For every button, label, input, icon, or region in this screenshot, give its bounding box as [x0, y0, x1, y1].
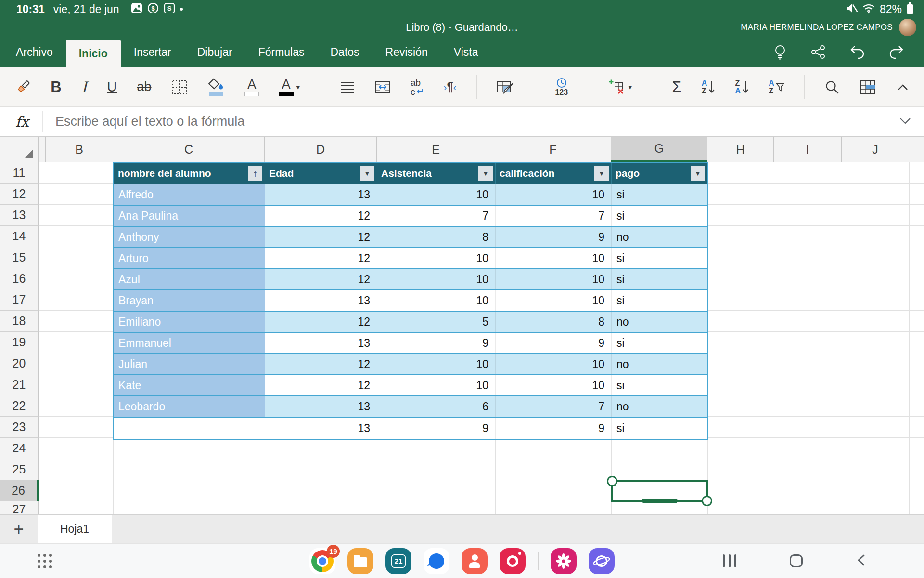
calendar-icon[interactable]: 21	[385, 548, 411, 574]
ideas-lightbulb-icon[interactable]	[773, 44, 787, 60]
merge-center-icon[interactable]	[374, 67, 391, 106]
home-icon[interactable]	[790, 554, 803, 567]
autosum-icon[interactable]: Σ	[672, 67, 682, 106]
cell-calificacion[interactable]: 10	[495, 354, 611, 374]
messages-icon[interactable]	[424, 548, 449, 574]
cell-calificacion[interactable]: 8	[495, 312, 611, 332]
cell-name[interactable]: Alfredo	[114, 184, 265, 205]
camera-icon[interactable]	[500, 548, 526, 574]
row-header-22[interactable]: 22	[0, 395, 38, 417]
insert-delete-cells-icon[interactable]: ▾	[608, 67, 632, 106]
column-header-h[interactable]: H	[707, 137, 774, 162]
row-header-16[interactable]: 16	[0, 268, 38, 289]
cell-asistencia[interactable]: 7	[377, 206, 495, 226]
chrome-icon[interactable]: 19	[309, 548, 335, 574]
cell-pago[interactable]: no	[611, 396, 707, 417]
tab-dibujar[interactable]: Dibujar	[184, 37, 245, 67]
sort-ascending-button[interactable]: ↑	[248, 166, 262, 181]
row-header-24[interactable]: 24	[0, 438, 38, 459]
cell-name[interactable]: Brayan	[114, 290, 265, 311]
format-painter-icon[interactable]	[14, 67, 31, 106]
formula-input[interactable]: Escribe aquí el texto o la fórmula	[55, 114, 899, 129]
cell-calificacion[interactable]: 9	[495, 333, 611, 353]
tab-revision[interactable]: Revisión	[372, 37, 441, 67]
cell-pago[interactable]: si	[611, 269, 707, 289]
cell-name[interactable]: Ana Paulina	[114, 206, 265, 226]
cell-name[interactable]: Julian	[114, 354, 265, 374]
contacts-icon[interactable]	[462, 548, 488, 574]
formula-bar-expand-icon[interactable]	[899, 117, 924, 127]
row-header-19[interactable]: 19	[0, 332, 38, 353]
cell-calificacion[interactable]: 9	[495, 418, 611, 439]
underline-icon[interactable]: U	[107, 67, 117, 106]
cell-asistencia[interactable]: 9	[377, 333, 495, 353]
row-header-26-selected[interactable]: 26	[0, 480, 38, 501]
strikethrough-icon[interactable]: ab	[137, 67, 152, 106]
cell-asistencia[interactable]: 8	[377, 227, 495, 247]
cell-edad[interactable]: 12	[265, 227, 377, 247]
sort-za-icon[interactable]: ZA	[735, 67, 749, 106]
row-header-11[interactable]: 11	[0, 162, 38, 184]
borders-icon[interactable]	[171, 67, 188, 106]
cell-pago[interactable]: si	[611, 418, 707, 439]
row-header-21[interactable]: 21	[0, 374, 38, 395]
table-header-edad[interactable]: Edad▼	[265, 163, 377, 184]
undo-icon[interactable]	[849, 44, 865, 60]
cell-calificacion[interactable]: 10	[495, 375, 611, 395]
cell-pago[interactable]: si	[611, 375, 707, 395]
cell-calificacion[interactable]: 10	[495, 248, 611, 268]
column-header-d[interactable]: D	[265, 137, 377, 162]
active-cell-selection[interactable]	[611, 480, 708, 502]
cell-asistencia[interactable]: 10	[377, 269, 495, 289]
cell-edad[interactable]: 12	[265, 206, 377, 226]
spreadsheet-grid[interactable]: B C D E F G H I J 11 12 13 14 15 16 17 1…	[0, 137, 924, 514]
selection-handle-top-left[interactable]	[607, 476, 617, 486]
my-files-icon[interactable]	[347, 548, 373, 574]
table-header-asistencia[interactable]: Asistencia▼	[377, 163, 495, 184]
cell-edad[interactable]: 13	[265, 184, 377, 205]
cell-edad[interactable]: 12	[265, 354, 377, 374]
bold-icon[interactable]: B	[51, 67, 61, 106]
column-header-c[interactable]: C	[113, 137, 265, 162]
tab-vista[interactable]: Vista	[441, 37, 491, 67]
column-header-j[interactable]: J	[842, 137, 909, 162]
row-header-14[interactable]: 14	[0, 226, 38, 247]
cell-asistencia[interactable]: 10	[377, 184, 495, 205]
add-sheet-button[interactable]: +	[0, 515, 38, 543]
cell-asistencia[interactable]: 5	[377, 312, 495, 332]
row-header-18[interactable]: 18	[0, 311, 38, 332]
fill-color-icon[interactable]	[207, 67, 225, 106]
selection-handle-bottom-right[interactable]	[702, 496, 712, 506]
row-header-23[interactable]: 23	[0, 417, 38, 438]
filter-dropdown-button[interactable]: ▼	[691, 166, 705, 181]
cell-edad[interactable]: 12	[265, 375, 377, 395]
column-header-b[interactable]: B	[46, 137, 113, 162]
tab-formulas[interactable]: Fórmulas	[245, 37, 318, 67]
table-header-pago[interactable]: pago▼	[611, 163, 707, 184]
column-header-g-selected[interactable]: G	[611, 137, 707, 162]
filter-dropdown-button[interactable]: ▼	[478, 166, 493, 181]
cell-edad[interactable]: 12	[265, 269, 377, 289]
selection-fill-handle[interactable]	[642, 499, 678, 503]
cell-pago[interactable]: si	[611, 290, 707, 311]
paragraph-direction-icon[interactable]: ›¶‹	[444, 67, 457, 106]
tab-datos[interactable]: Datos	[317, 37, 372, 67]
row-header-13[interactable]: 13	[0, 205, 38, 226]
row-header-15[interactable]: 15	[0, 247, 38, 268]
cell-name[interactable]: Anthony	[114, 227, 265, 247]
user-avatar[interactable]	[899, 19, 916, 36]
italic-icon[interactable]: I	[81, 67, 87, 106]
freeze-panes-icon[interactable]	[860, 67, 876, 106]
cell-name[interactable]: Emiliano	[114, 312, 265, 332]
align-icon[interactable]	[340, 67, 355, 106]
table-header-calificacion[interactable]: calificación▼	[495, 163, 611, 184]
select-all-corner[interactable]	[0, 137, 38, 162]
font-color-black-icon[interactable]: A▾	[279, 67, 300, 106]
cell-calificacion[interactable]: 7	[495, 396, 611, 417]
cell-asistencia[interactable]: 10	[377, 248, 495, 268]
cell-asistencia[interactable]: 10	[377, 290, 495, 311]
column-header-a-sliver[interactable]	[38, 137, 46, 162]
column-header-k-sliver[interactable]	[909, 137, 924, 162]
apps-grid-icon[interactable]	[38, 554, 52, 568]
cell-calificacion[interactable]: 7	[495, 206, 611, 226]
